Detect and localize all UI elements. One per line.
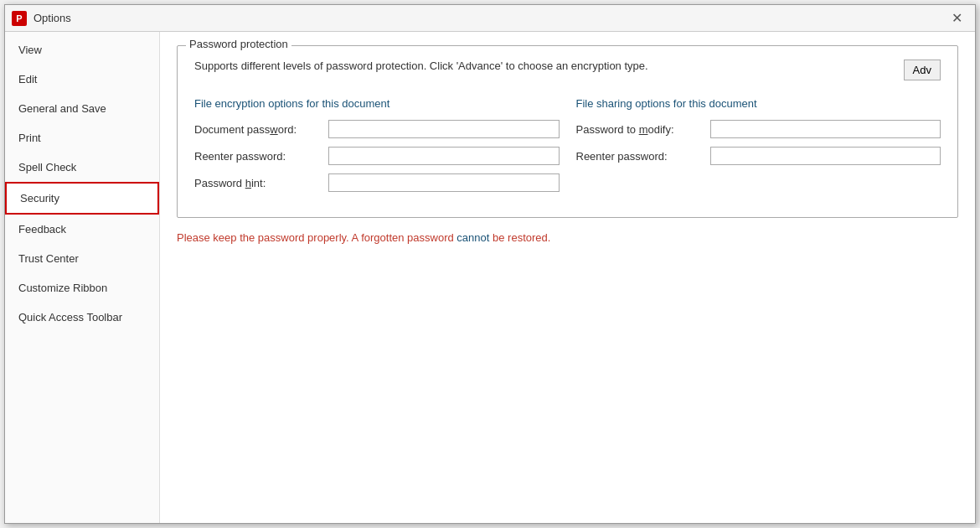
warning-text: Please keep the password properly. A for… (177, 231, 958, 244)
warning-cannot: cannot (456, 231, 489, 244)
options-window: P Options ✕ View Edit General and Save P… (4, 4, 976, 524)
app-icon: P (12, 11, 27, 26)
document-password-input[interactable] (328, 120, 560, 138)
file-encryption-header: File encryption options for this documen… (194, 97, 560, 110)
title-bar: P Options ✕ (5, 5, 975, 32)
password-hint-label: Password hint: (194, 177, 328, 189)
sidebar-item-view[interactable]: View (5, 35, 159, 65)
content-area: View Edit General and Save Print Spell C… (5, 32, 975, 523)
password-to-modify-input[interactable] (710, 120, 941, 138)
document-password-label: Document password: (194, 123, 328, 136)
warning-text-before: Please keep the password properly. A for… (177, 231, 456, 244)
sidebar-item-print[interactable]: Print (5, 123, 159, 153)
reenter-password-label: Reenter password: (194, 150, 328, 163)
file-sharing-column: File sharing options for this document P… (576, 97, 941, 200)
reenter-password-row: Reenter password: (194, 147, 560, 165)
main-content: Password protection Supports different l… (160, 32, 975, 523)
sharing-reenter-password-row: Reenter password: (576, 147, 941, 165)
warning-text-after: be restored. (489, 231, 550, 244)
underline-h: h (245, 177, 251, 189)
file-encryption-column: File encryption options for this documen… (194, 97, 560, 200)
columns-container: File encryption options for this documen… (194, 97, 941, 200)
sharing-reenter-password-label: Reenter password: (576, 150, 710, 163)
underline-m: m (639, 123, 648, 136)
group-legend: Password protection (186, 38, 291, 50)
password-to-modify-label: Password to modify: (576, 123, 710, 136)
file-sharing-header: File sharing options for this document (576, 97, 941, 110)
reenter-password-input[interactable] (328, 147, 560, 165)
sidebar-item-feedback[interactable]: Feedback (5, 215, 159, 244)
password-hint-row: Password hint: (194, 173, 560, 192)
password-to-modify-row: Password to modify: (576, 120, 941, 138)
sidebar: View Edit General and Save Print Spell C… (5, 32, 160, 523)
window-title: Options (34, 12, 945, 24)
advance-button[interactable]: Adv (904, 60, 941, 80)
document-password-row: Document password: (194, 120, 560, 138)
underline-w: w (270, 123, 277, 136)
sidebar-item-security[interactable]: Security (5, 182, 159, 215)
app-icon-label: P (16, 13, 22, 23)
password-hint-input[interactable] (328, 173, 560, 192)
sidebar-item-general-and-save[interactable]: General and Save (5, 94, 159, 123)
sharing-reenter-password-input[interactable] (710, 147, 941, 165)
sidebar-item-edit[interactable]: Edit (5, 65, 159, 94)
sidebar-item-trust-center[interactable]: Trust Center (5, 244, 159, 273)
sidebar-item-customize-ribbon[interactable]: Customize Ribbon (5, 273, 159, 303)
password-protection-group: Password protection Supports different l… (177, 45, 958, 218)
sidebar-item-quick-access-toolbar[interactable]: Quick Access Toolbar (5, 303, 159, 332)
support-text: Supports different levels of password pr… (194, 60, 648, 72)
support-text-row: Supports different levels of password pr… (194, 60, 941, 80)
sidebar-item-spell-check[interactable]: Spell Check (5, 153, 159, 182)
close-button[interactable]: ✕ (945, 7, 968, 30)
